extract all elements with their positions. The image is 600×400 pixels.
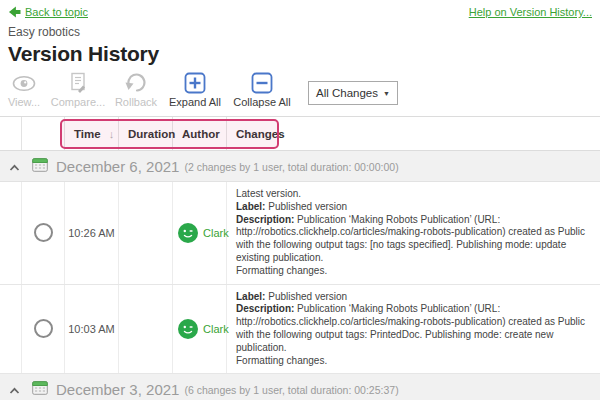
duration-cell bbox=[119, 285, 173, 374]
changes-filter-dropdown[interactable]: All Changes ▼ bbox=[308, 81, 398, 105]
version-history-table: Time ↓ Duration Author Changes December … bbox=[0, 116, 600, 400]
collapse-all-button[interactable]: Collapse All bbox=[230, 71, 294, 108]
version-radio[interactable] bbox=[34, 319, 53, 338]
undo-arrow-icon bbox=[124, 71, 148, 95]
rollback-button-label: Rollback bbox=[115, 96, 157, 108]
changes-filter-value: All Changes bbox=[316, 87, 378, 99]
author-name[interactable]: Clark bbox=[203, 323, 229, 335]
minus-square-icon bbox=[251, 71, 273, 95]
page-title: Version History bbox=[8, 42, 600, 66]
changes-cell: Latest version. Label: Published version… bbox=[227, 182, 600, 284]
change-line-text: Formatting changes. bbox=[236, 355, 327, 366]
top-bar: Back to topic Help on Version History... bbox=[0, 0, 600, 19]
toolbar: View... Compare... Rollback Expand All C… bbox=[0, 66, 600, 112]
help-link[interactable]: Help on Version History... bbox=[469, 6, 592, 18]
change-line: Description: Publication ‘Making Robots … bbox=[236, 303, 592, 354]
group-date: December 3, 2021 bbox=[56, 381, 179, 398]
column-header-time[interactable]: Time ↓ bbox=[65, 117, 119, 150]
change-line: Description: Publication ‘Making Robots … bbox=[236, 214, 592, 265]
group-header-dec-3[interactable]: December 3, 2021 (6 changes by 1 user, t… bbox=[0, 374, 600, 400]
group-summary: (6 changes by 1 user, total duration: 00… bbox=[184, 382, 398, 396]
header-expander-column bbox=[0, 117, 22, 150]
change-line-label: Label: bbox=[236, 291, 265, 302]
expand-all-button-label: Expand All bbox=[169, 96, 221, 108]
change-line-label: Label: bbox=[236, 201, 265, 212]
chevron-down-icon: ▼ bbox=[383, 90, 390, 97]
change-line: Label: Published version bbox=[236, 291, 592, 304]
author-cell: Clark bbox=[173, 182, 227, 284]
compare-document-icon bbox=[68, 71, 88, 95]
group-summary: (2 changes by 1 user, total duration: 00… bbox=[184, 159, 398, 173]
plus-square-icon bbox=[184, 71, 206, 95]
change-line: Formatting changes. bbox=[236, 265, 592, 278]
change-line: Formatting changes. bbox=[236, 355, 592, 368]
sort-descending-icon: ↓ bbox=[109, 128, 115, 140]
column-header-author[interactable]: Author bbox=[173, 117, 227, 150]
change-line-label: Description: bbox=[236, 303, 294, 314]
change-line: Label: Published version bbox=[236, 201, 592, 214]
author-name[interactable]: Clark bbox=[203, 227, 229, 239]
row-select-cell bbox=[22, 182, 65, 284]
group-header-dec-6[interactable]: December 6, 2021 (2 changes by 1 user, t… bbox=[0, 151, 600, 182]
time-header-label: Time bbox=[74, 128, 101, 140]
change-line-text: Formatting changes. bbox=[236, 265, 327, 276]
author-cell: Clark bbox=[173, 285, 227, 374]
chevron-up-icon[interactable] bbox=[9, 158, 20, 176]
column-header-duration[interactable]: Duration bbox=[119, 117, 173, 150]
version-radio[interactable] bbox=[34, 223, 53, 242]
calendar-icon bbox=[32, 380, 48, 399]
row-select-cell bbox=[22, 285, 65, 374]
avatar bbox=[178, 319, 198, 339]
collapse-all-button-label: Collapse All bbox=[233, 96, 290, 108]
change-line-text: Latest version. bbox=[236, 188, 301, 199]
table-row: 10:03 AM Clark Label: Published version … bbox=[0, 285, 600, 375]
changes-cell: Label: Published version Description: Pu… bbox=[227, 285, 600, 374]
row-expander-cell bbox=[0, 285, 22, 374]
expand-all-button[interactable]: Expand All bbox=[166, 71, 224, 108]
compare-button[interactable]: Compare... bbox=[50, 71, 106, 108]
column-header-changes[interactable]: Changes bbox=[227, 117, 600, 150]
back-to-topic-label: Back to topic bbox=[25, 6, 88, 18]
view-button[interactable]: View... bbox=[4, 71, 44, 108]
change-line-text: Published version bbox=[265, 291, 347, 302]
calendar-icon bbox=[32, 157, 48, 176]
topic-name: Easy robotics bbox=[8, 25, 600, 39]
author-header-label: Author bbox=[182, 128, 220, 140]
eye-icon bbox=[12, 71, 36, 95]
chevron-up-icon[interactable] bbox=[9, 381, 20, 399]
row-expander-cell bbox=[0, 182, 22, 284]
back-arrow-icon bbox=[8, 6, 21, 18]
change-line-text: Published version bbox=[265, 201, 347, 212]
back-to-topic-link[interactable]: Back to topic bbox=[8, 6, 88, 18]
view-button-label: View... bbox=[8, 96, 40, 108]
rollback-button[interactable]: Rollback bbox=[112, 71, 160, 108]
changes-header-label: Changes bbox=[236, 128, 285, 140]
duration-cell bbox=[119, 182, 173, 284]
change-line: Latest version. bbox=[236, 188, 592, 201]
avatar bbox=[178, 223, 198, 243]
change-line-label: Description: bbox=[236, 214, 294, 225]
table-header-row: Time ↓ Duration Author Changes bbox=[0, 116, 600, 151]
time-cell: 10:03 AM bbox=[65, 285, 119, 374]
duration-header-label: Duration bbox=[128, 128, 175, 140]
time-cell: 10:26 AM bbox=[65, 182, 119, 284]
group-date: December 6, 2021 bbox=[56, 158, 179, 175]
compare-button-label: Compare... bbox=[51, 96, 105, 108]
header-select-column bbox=[22, 117, 65, 150]
table-row: 10:26 AM Clark Latest version. Label: Pu… bbox=[0, 182, 600, 285]
